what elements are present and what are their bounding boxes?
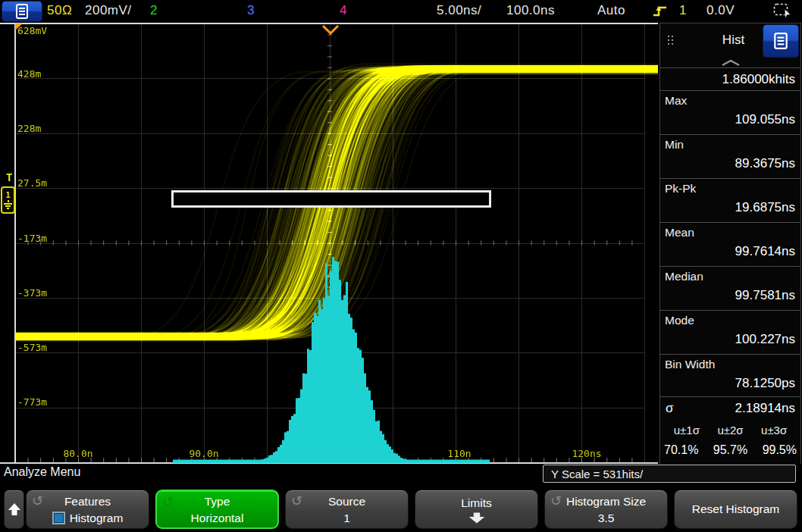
y-axis-label: 228m bbox=[17, 123, 41, 134]
timebase-readout[interactable]: 5.00ns/ bbox=[437, 3, 481, 18]
region-select-tool-button[interactable] bbox=[773, 3, 793, 22]
menu-icon bbox=[773, 33, 788, 49]
stat-row-pkpk: Pk-Pk 19.6875ns bbox=[660, 179, 800, 223]
ch3-button[interactable]: 3 bbox=[247, 3, 255, 18]
menu-back-button[interactable] bbox=[4, 490, 24, 529]
top-toolbar: 50Ω 200mV/ 2 3 4 5.00ns/ 100.0ns Auto 1 … bbox=[0, 0, 802, 23]
hist-stats-panel: Hist 1.86000khits Max 109.055ns Min 89.3… bbox=[659, 23, 801, 467]
ch2-button[interactable]: 2 bbox=[150, 3, 158, 18]
sigma-headers-row: u±1σ u±2σ u±3σ bbox=[660, 420, 800, 440]
ground-icon bbox=[4, 200, 12, 209]
y-axis-label: 628mV bbox=[17, 25, 47, 36]
x-axis-label: 80.0n bbox=[58, 448, 98, 459]
y-axis-label: 27.5m bbox=[17, 177, 47, 189]
chevron-up-icon bbox=[721, 59, 741, 66]
y-axis-label: -373m bbox=[17, 287, 47, 299]
channel1-ground-marker[interactable]: 1 bbox=[1, 186, 15, 214]
stat-row-mode: Mode 100.227ns bbox=[660, 311, 800, 355]
select-region-icon bbox=[773, 3, 793, 19]
y-axis-label: -773m bbox=[17, 396, 47, 408]
stat-row-min: Min 89.3675ns bbox=[660, 135, 800, 179]
hist-panel-menu-button[interactable] bbox=[763, 24, 799, 58]
stat-row-sigma: σ 2.18914ns bbox=[660, 397, 800, 420]
delay-readout[interactable]: 100.0ns bbox=[506, 3, 555, 18]
trigger-mode-readout[interactable]: Auto bbox=[597, 3, 625, 18]
histogram-checkbox bbox=[52, 512, 65, 524]
ch1-impedance[interactable]: 50Ω bbox=[47, 3, 72, 18]
softkey-source[interactable]: ↺ Source 1 bbox=[285, 490, 409, 529]
main-menu-button[interactable] bbox=[2, 1, 42, 22]
waveform-display bbox=[0, 23, 658, 465]
trigger-source-readout[interactable]: 1 bbox=[679, 3, 687, 18]
hist-panel-header: Hist bbox=[660, 23, 800, 57]
oscilloscope-screen: { "toolbar": { "impedance": "50Ω", "vert… bbox=[0, 0, 802, 532]
softkey-features[interactable]: ↺ Features Histogram bbox=[26, 490, 149, 529]
knob-icon: ↺ bbox=[550, 493, 562, 509]
collapse-panel-button[interactable] bbox=[660, 57, 800, 67]
up-arrow-icon bbox=[8, 502, 21, 517]
softkey-type[interactable]: ↺ Type Horizontal bbox=[155, 490, 279, 529]
softkey-limits[interactable]: Limits bbox=[415, 490, 538, 529]
menu-icon bbox=[15, 4, 29, 19]
histogram-window-box[interactable] bbox=[171, 190, 491, 208]
stat-row-bin-width: Bin Width 78.1250ps bbox=[660, 355, 800, 397]
stat-row-max: Max 109.055ns bbox=[660, 91, 800, 135]
trigger-slope-icon bbox=[652, 4, 669, 21]
trigger-level-readout[interactable]: 0.0V bbox=[706, 3, 735, 18]
hist-total-hits: 1.86000khits bbox=[660, 67, 800, 91]
knob-icon: ↺ bbox=[32, 493, 43, 509]
knob-icon: ↺ bbox=[291, 493, 302, 509]
softkey-histogram-size[interactable]: ↺ Histogram Size 3.5 bbox=[544, 490, 668, 529]
down-arrow-icon bbox=[466, 512, 487, 524]
knob-icon: ↺ bbox=[162, 493, 174, 509]
menu-title: Analyze Menu bbox=[4, 465, 80, 479]
y-axis-label: 428m bbox=[17, 68, 41, 80]
y-axis-label: -573m bbox=[17, 342, 47, 353]
x-axis-label: 110n bbox=[440, 448, 479, 459]
ch1-scale[interactable]: 200mV/ bbox=[85, 3, 132, 18]
ch4-button[interactable]: 4 bbox=[340, 3, 347, 18]
trigger-level-marker[interactable]: T bbox=[6, 171, 12, 183]
sigma-values-row: 70.1% 95.7% 99.5% bbox=[660, 440, 800, 460]
y-axis-label: -173m bbox=[17, 233, 47, 244]
y-scale-readout: Y Scale = 531hits/ bbox=[543, 465, 796, 483]
softkey-reset-histogram[interactable]: Reset Histogram bbox=[674, 490, 797, 529]
drag-grip-icon[interactable] bbox=[666, 34, 675, 46]
stat-row-median: Median 99.7581ns bbox=[660, 267, 800, 311]
stat-row-mean: Mean 99.7614ns bbox=[660, 223, 800, 267]
softkey-menu-bar: Analyze Menu Y Scale = 531hits/ ↺ Featur… bbox=[0, 464, 802, 532]
x-axis-label: 90.0n bbox=[184, 448, 224, 459]
x-axis-label: 120ns bbox=[567, 448, 606, 459]
